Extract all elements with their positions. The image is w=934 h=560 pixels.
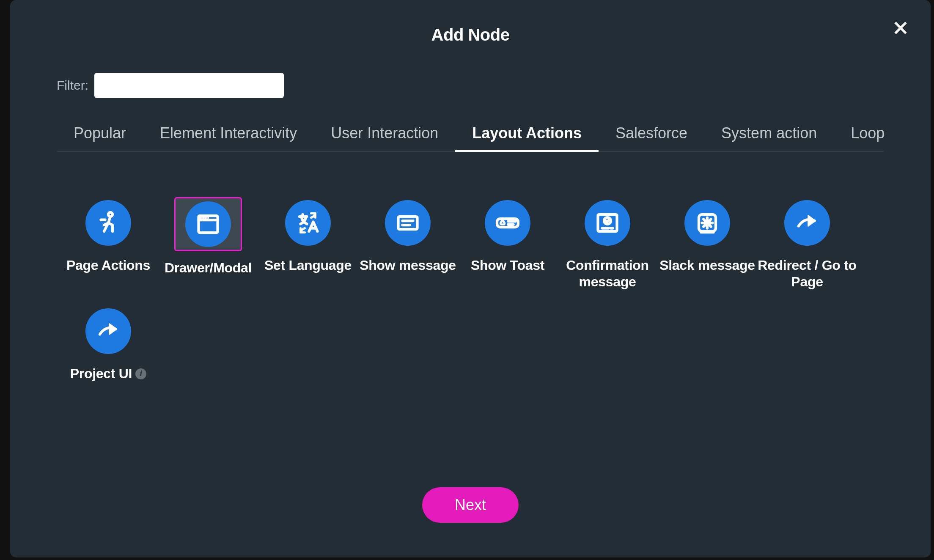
node-icon-wrap	[174, 197, 242, 251]
slack-icon	[684, 200, 730, 246]
node-label: Confirmation message	[558, 257, 657, 290]
node-card-redirect[interactable]: Redirect / Go to Page	[757, 189, 857, 298]
node-icon-wrap	[275, 197, 341, 249]
tab-loop[interactable]: Loop	[834, 124, 901, 151]
node-label: Show Toast	[471, 257, 544, 274]
svg-point-3	[204, 217, 205, 219]
node-icon-wrap	[76, 197, 141, 249]
node-label: Page Actions	[66, 257, 150, 274]
redirect-arrow-icon	[85, 308, 131, 354]
run-person-icon	[85, 200, 131, 246]
svg-point-7	[502, 223, 503, 224]
node-label: Show message	[360, 257, 456, 274]
node-icon-wrap	[575, 197, 640, 249]
node-label: Slack message	[659, 257, 755, 274]
node-card-page-actions[interactable]: Page Actions	[58, 189, 158, 298]
node-label: Drawer/Modal	[165, 260, 252, 276]
redirect-arrow-icon	[784, 200, 830, 246]
node-card-show-toast[interactable]: Show Toast	[458, 189, 558, 298]
tab-element-interactivity[interactable]: Element Interactivity	[143, 124, 314, 151]
node-card-show-message[interactable]: Show message	[358, 189, 458, 298]
tab-layout-actions[interactable]: Layout Actions	[455, 124, 599, 151]
modal-title: Add Node	[10, 25, 931, 44]
svg-rect-5	[398, 217, 418, 229]
filter-label: Filter:	[57, 78, 88, 93]
node-label: Set Language	[264, 257, 352, 274]
message-box-icon	[385, 200, 431, 246]
translate-icon	[285, 200, 331, 246]
tabs: PopularElement InteractivityUser Interac…	[57, 124, 884, 152]
svg-point-2	[201, 217, 203, 219]
toast-icon	[485, 200, 530, 246]
node-grid: Page ActionsDrawer/ModalSet LanguageShow…	[58, 189, 882, 390]
node-card-drawer-modal[interactable]: Drawer/Modal	[158, 189, 258, 298]
filter-row: Filter:	[57, 73, 284, 98]
filter-input[interactable]	[94, 73, 284, 98]
node-icon-wrap	[375, 197, 440, 249]
window-icon	[185, 201, 231, 247]
tab-salesforce[interactable]: Salesforce	[599, 124, 704, 151]
node-card-project-ui[interactable]: Project UIi	[58, 298, 158, 390]
svg-point-4	[206, 217, 208, 219]
node-card-set-language[interactable]: Set Language	[258, 189, 358, 298]
node-label: Project UIi	[70, 365, 146, 382]
next-button[interactable]: Next	[422, 487, 519, 523]
node-icon-wrap	[775, 197, 840, 249]
tab-user-interaction[interactable]: User Interaction	[314, 124, 455, 151]
info-icon[interactable]: i	[135, 368, 146, 379]
node-icon-wrap	[475, 197, 540, 249]
node-icon-wrap	[76, 305, 141, 357]
node-icon-wrap	[675, 197, 740, 249]
tab-system-action[interactable]: System action	[704, 124, 834, 151]
confirm-icon	[585, 200, 630, 246]
node-card-confirmation-message[interactable]: Confirmation message	[558, 189, 657, 298]
tab-popular[interactable]: Popular	[57, 124, 143, 151]
node-card-slack-message[interactable]: Slack message	[657, 189, 757, 298]
node-label: Redirect / Go to Page	[757, 257, 857, 290]
add-node-modal: Add Node Filter: PopularElement Interact…	[10, 0, 931, 557]
